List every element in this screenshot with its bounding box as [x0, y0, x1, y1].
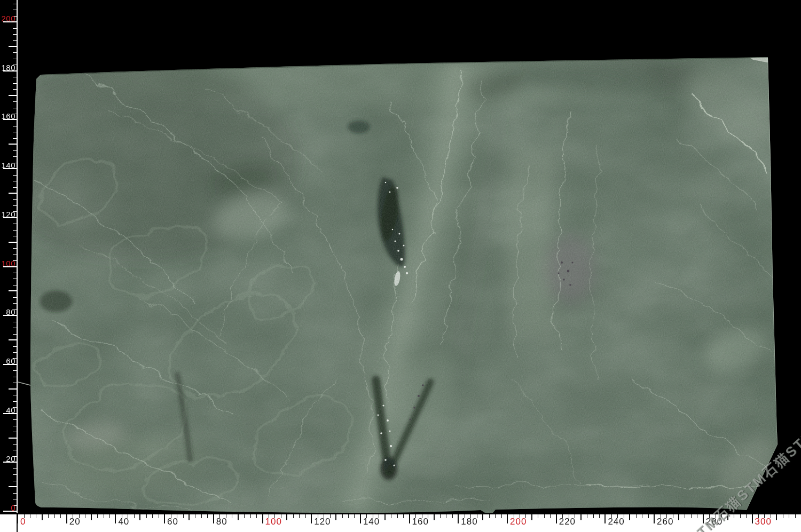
left-ruler-axis-line: [17, 0, 18, 513]
slab-scan-viewer: 0204060801001201401601802000204060801001…: [0, 0, 801, 532]
bottom-ruler-strip: [0, 514, 801, 532]
slab-texture: [0, 0, 801, 532]
slab-photo: [0, 0, 801, 532]
left-ruler-axis-extension: [17, 513, 18, 532]
bottom-ruler-axis-line: [0, 513, 801, 514]
slab-edge-thread: [18, 382, 30, 385]
